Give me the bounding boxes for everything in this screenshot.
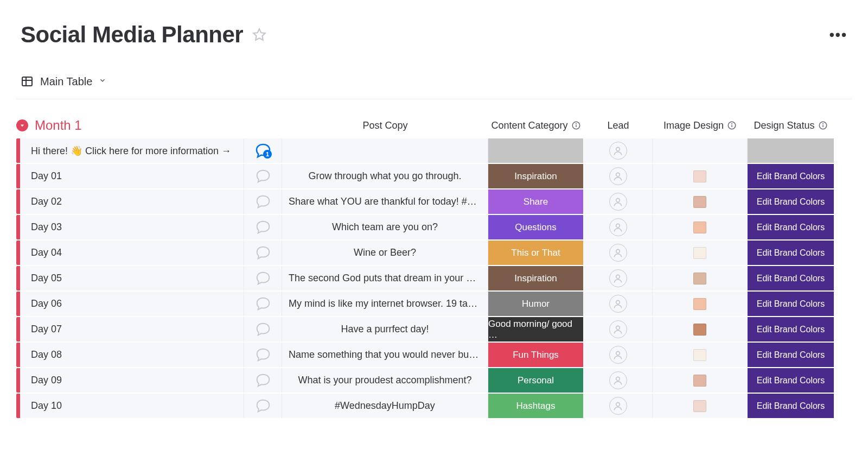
image-design-cell[interactable] bbox=[653, 138, 748, 163]
view-switcher[interactable]: Main Table bbox=[16, 75, 852, 99]
column-header-post-copy[interactable]: Post Copy bbox=[282, 120, 488, 131]
table-row[interactable]: Day 01 Grow through what you go through.… bbox=[16, 164, 852, 188]
post-copy-cell[interactable]: My mind is like my internet browser. 19 … bbox=[282, 292, 488, 316]
favorite-toggle[interactable] bbox=[252, 27, 267, 42]
row-chat-cell[interactable] bbox=[244, 241, 282, 265]
post-copy-cell[interactable]: The second God puts that dream in your h… bbox=[282, 266, 488, 290]
lead-cell[interactable] bbox=[584, 292, 653, 316]
image-design-cell[interactable] bbox=[653, 241, 748, 265]
table-row[interactable]: Hi there! 👋 Click here for more informat… bbox=[16, 138, 852, 163]
design-status-cell[interactable] bbox=[748, 138, 834, 163]
more-menu-button[interactable]: ••• bbox=[825, 24, 852, 46]
image-design-cell[interactable] bbox=[653, 343, 748, 367]
table-row[interactable]: Day 02 Share what YOU are thankful for t… bbox=[16, 189, 852, 214]
row-name-cell[interactable]: Day 09 bbox=[20, 368, 244, 393]
lead-cell[interactable] bbox=[584, 317, 653, 342]
post-copy-cell[interactable]: Share what YOU are thankful for today! #… bbox=[282, 189, 488, 214]
row-name-cell[interactable]: Day 10 bbox=[20, 394, 244, 418]
chat-icon bbox=[255, 270, 271, 287]
post-copy-cell[interactable] bbox=[282, 138, 488, 163]
post-copy-cell[interactable]: What is your proudest accomplishment? bbox=[282, 368, 488, 393]
row-name-cell[interactable]: Day 07 bbox=[20, 317, 244, 342]
row-chat-cell[interactable]: 1 bbox=[244, 138, 282, 163]
post-copy-cell[interactable]: Have a purrfect day! bbox=[282, 317, 488, 342]
image-design-cell[interactable] bbox=[653, 189, 748, 214]
table-row[interactable]: Day 06 My mind is like my internet brows… bbox=[16, 292, 852, 316]
table-row[interactable]: Day 08 Name something that you would nev… bbox=[16, 343, 852, 367]
post-copy-cell[interactable]: Name something that you would never buy … bbox=[282, 343, 488, 367]
lead-cell[interactable] bbox=[584, 241, 653, 265]
design-status-cell[interactable]: Edit Brand Colors bbox=[748, 164, 834, 188]
lead-cell[interactable] bbox=[584, 343, 653, 367]
design-status-cell[interactable]: Edit Brand Colors bbox=[748, 368, 834, 393]
row-chat-cell[interactable] bbox=[244, 189, 282, 214]
lead-cell[interactable] bbox=[584, 138, 653, 163]
image-design-cell[interactable] bbox=[653, 292, 748, 316]
post-copy-cell[interactable]: Which team are you on? bbox=[282, 215, 488, 239]
row-name-cell[interactable]: Day 04 bbox=[20, 241, 244, 265]
row-name-cell[interactable]: Day 02 bbox=[20, 189, 244, 214]
content-category-cell[interactable]: Personal bbox=[488, 368, 584, 393]
design-status-cell[interactable]: Edit Brand Colors bbox=[748, 292, 834, 316]
content-category-cell[interactable]: Share bbox=[488, 189, 584, 214]
post-copy-cell[interactable]: Grow through what you go through. bbox=[282, 164, 488, 188]
row-name-cell[interactable]: Day 01 bbox=[20, 164, 244, 188]
content-category-cell[interactable]: Fun Things bbox=[488, 343, 584, 367]
image-thumbnail bbox=[693, 273, 706, 284]
image-design-cell[interactable] bbox=[653, 368, 748, 393]
image-design-cell[interactable] bbox=[653, 317, 748, 342]
group-name[interactable]: Month 1 bbox=[35, 118, 82, 133]
table-row[interactable]: Day 09 What is your proudest accomplishm… bbox=[16, 368, 852, 393]
design-status-cell[interactable]: Edit Brand Colors bbox=[748, 343, 834, 367]
row-name-cell[interactable]: Hi there! 👋 Click here for more informat… bbox=[20, 138, 244, 163]
row-name-cell[interactable]: Day 08 bbox=[20, 343, 244, 367]
content-category-cell[interactable]: Hashtags bbox=[488, 394, 584, 418]
row-chat-cell[interactable] bbox=[244, 394, 282, 418]
lead-cell[interactable] bbox=[584, 266, 653, 290]
row-chat-cell[interactable] bbox=[244, 368, 282, 393]
table-row[interactable]: Day 07 Have a purrfect day!Good morning/… bbox=[16, 317, 852, 342]
row-name-cell[interactable]: Day 06 bbox=[20, 292, 244, 316]
column-header-lead[interactable]: Lead bbox=[584, 120, 653, 131]
lead-cell[interactable] bbox=[584, 215, 653, 239]
table-row[interactable]: Day 04 Wine or Beer?This or That Edit Br… bbox=[16, 241, 852, 265]
row-chat-cell[interactable] bbox=[244, 215, 282, 239]
table-row[interactable]: Day 03 Which team are you on?Questions E… bbox=[16, 215, 852, 239]
design-status-cell[interactable]: Edit Brand Colors bbox=[748, 394, 834, 418]
design-status-cell[interactable]: Edit Brand Colors bbox=[748, 189, 834, 214]
column-header-image-design[interactable]: Image Design bbox=[653, 120, 748, 131]
content-category-cell[interactable] bbox=[488, 138, 584, 163]
lead-cell[interactable] bbox=[584, 394, 653, 418]
content-category-cell[interactable]: Inspiration bbox=[488, 164, 584, 188]
table-row[interactable]: Day 05 The second God puts that dream in… bbox=[16, 266, 852, 290]
lead-cell[interactable] bbox=[584, 164, 653, 188]
image-design-cell[interactable] bbox=[653, 215, 748, 239]
content-category-cell[interactable]: Inspiration bbox=[488, 266, 584, 290]
design-status-cell[interactable]: Edit Brand Colors bbox=[748, 317, 834, 342]
image-design-cell[interactable] bbox=[653, 394, 748, 418]
content-category-cell[interactable]: Questions bbox=[488, 215, 584, 239]
lead-cell[interactable] bbox=[584, 368, 653, 393]
content-category-cell[interactable]: Good morning/ good … bbox=[488, 317, 584, 342]
lead-cell[interactable] bbox=[584, 189, 653, 214]
content-category-cell[interactable]: Humor bbox=[488, 292, 584, 316]
row-chat-cell[interactable] bbox=[244, 164, 282, 188]
image-design-cell[interactable] bbox=[653, 266, 748, 290]
content-category-cell[interactable]: This or That bbox=[488, 241, 584, 265]
row-name-cell[interactable]: Day 03 bbox=[20, 215, 244, 239]
design-status-cell[interactable]: Edit Brand Colors bbox=[748, 215, 834, 239]
row-chat-cell[interactable] bbox=[244, 292, 282, 316]
row-chat-cell[interactable] bbox=[244, 343, 282, 367]
table-row[interactable]: Day 10 #WednesdayHumpDayHashtags Edit Br… bbox=[16, 394, 852, 418]
post-copy-cell[interactable]: #WednesdayHumpDay bbox=[282, 394, 488, 418]
group-collapse-toggle[interactable] bbox=[16, 119, 28, 131]
row-chat-cell[interactable] bbox=[244, 266, 282, 290]
image-design-cell[interactable] bbox=[653, 164, 748, 188]
post-copy-cell[interactable]: Wine or Beer? bbox=[282, 241, 488, 265]
design-status-cell[interactable]: Edit Brand Colors bbox=[748, 266, 834, 290]
row-chat-cell[interactable] bbox=[244, 317, 282, 342]
column-header-design-status[interactable]: Design Status bbox=[748, 120, 834, 131]
row-name-cell[interactable]: Day 05 bbox=[20, 266, 244, 290]
design-status-cell[interactable]: Edit Brand Colors bbox=[748, 241, 834, 265]
column-header-content-category[interactable]: Content Category bbox=[488, 120, 584, 131]
